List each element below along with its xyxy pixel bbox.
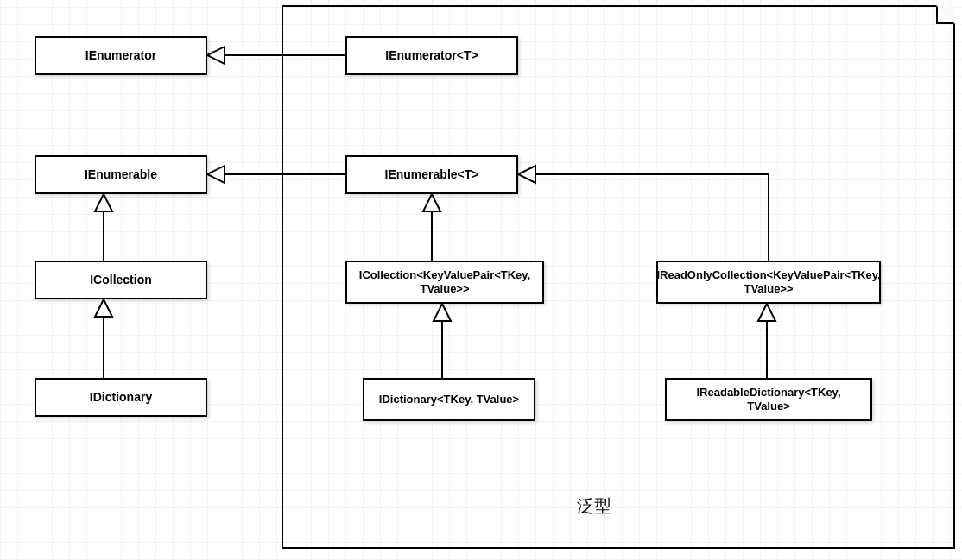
box-icollection: ICollection (35, 261, 207, 299)
box-idictionary: IDictionary (35, 378, 207, 417)
box-ienumerator: IEnumerator (35, 36, 207, 75)
box-ienumerable-t: IEnumerable<T> (345, 155, 518, 194)
box-ireadabledictionary-tk: IReadableDictionary<TKey, TValue> (665, 378, 872, 421)
box-ireadonlycollection-kvp: IReadOnlyCollection<KeyValuePair<TKey, T… (656, 261, 881, 304)
box-ienumerable: IEnumerable (35, 155, 207, 194)
box-icollection-kvp: ICollection<KeyValuePair<TKey, TValue>> (345, 261, 544, 304)
svg-marker-3 (207, 166, 225, 183)
group-label: 泛型 (577, 494, 611, 518)
svg-marker-5 (95, 194, 112, 211)
svg-marker-7 (95, 299, 112, 317)
group-fold-icon (936, 5, 955, 24)
diagram-canvas: 泛型 IEnumerator IEnumerable ICollection I… (0, 0, 962, 560)
svg-marker-1 (207, 47, 225, 64)
box-idictionary-tk: IDictionary<TKey, TValue> (363, 378, 535, 421)
box-ienumerator-t: IEnumerator<T> (345, 36, 518, 75)
